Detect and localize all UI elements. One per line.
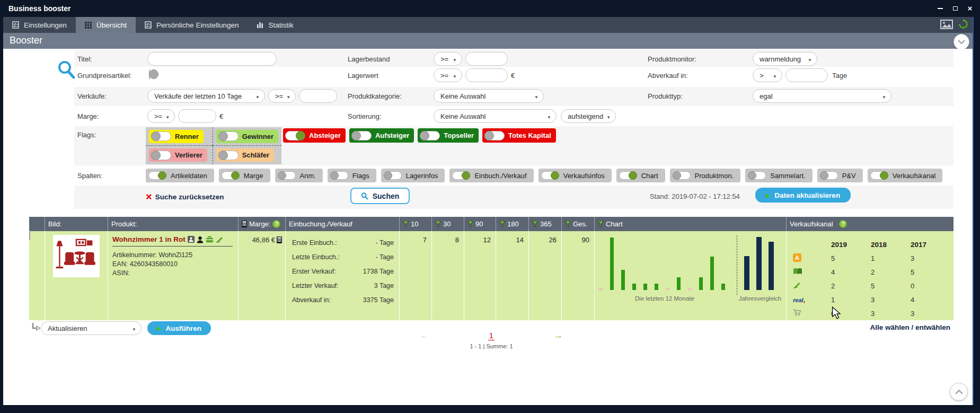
- flag-toggle[interactable]: [484, 131, 505, 140]
- tab-persoenliche-einstellungen[interactable]: Persönliche Einstellungen: [136, 17, 248, 33]
- marge-info-icon[interactable]: ?: [272, 220, 280, 228]
- collapse-panel-button[interactable]: [953, 34, 969, 50]
- spalte-toggle[interactable]: [870, 171, 888, 180]
- lagerbestand-op-select[interactable]: >=: [434, 52, 462, 66]
- scroll-top-button[interactable]: [950, 383, 968, 401]
- close-button[interactable]: ×: [966, 5, 974, 12]
- flag-toggle[interactable]: [218, 151, 239, 160]
- product-title[interactable]: Wohnzimmer 1 in Rot: [112, 235, 186, 243]
- spalte-toggle[interactable]: [222, 171, 240, 180]
- spalte-chart[interactable]: Chart: [616, 169, 665, 182]
- spalte-toggle[interactable]: [148, 171, 166, 180]
- spalte-toggle[interactable]: [673, 171, 691, 180]
- flag-verlierer[interactable]: Verlierer: [149, 148, 207, 162]
- spalte-toggle[interactable]: [820, 171, 838, 180]
- search-button[interactable]: Suchen: [350, 188, 410, 204]
- lagerbestand-input[interactable]: [465, 52, 508, 66]
- select-all-link[interactable]: Alle wählen: [870, 323, 909, 331]
- header-90: 90: [464, 217, 496, 231]
- flag-totes-kapital[interactable]: Totes Kapital: [482, 128, 556, 143]
- flag-renner[interactable]: Renner: [149, 130, 204, 143]
- flag-gewinner[interactable]: Gewinner: [216, 130, 278, 143]
- spalte-verkaufsinfos[interactable]: Verkaufsinfos: [538, 169, 612, 182]
- spalte-toggle[interactable]: [278, 171, 296, 180]
- filter-icon[interactable]: [565, 221, 571, 227]
- verkaufskanal-info-icon[interactable]: ?: [839, 220, 847, 228]
- sortierung-select[interactable]: Keine Auswahl: [434, 109, 557, 123]
- spalte-toggle[interactable]: [330, 171, 348, 180]
- flag-toggle[interactable]: [218, 131, 239, 141]
- spalte-einbuch-verkauf[interactable]: Einbuch./Verkauf: [449, 169, 533, 182]
- edit-pencil-icon[interactable]: [216, 236, 223, 243]
- flag-toggle[interactable]: [285, 131, 305, 140]
- filter-icon[interactable]: [598, 221, 604, 227]
- produktmonitor-select[interactable]: warnmeldung: [753, 52, 817, 66]
- spalte-artikeldaten[interactable]: Artikeldaten: [146, 169, 214, 182]
- flag-toggle[interactable]: [151, 131, 171, 141]
- maximize-button[interactable]: [951, 5, 959, 12]
- year-bar: [744, 256, 749, 290]
- spalte-toggle[interactable]: [452, 171, 470, 180]
- grundpreisartikel-toggle[interactable]: [149, 69, 150, 80]
- lagerwert-input[interactable]: [465, 68, 508, 82]
- flag-schlaefer[interactable]: Schläfer: [216, 148, 274, 162]
- flag-toggle[interactable]: [420, 131, 440, 140]
- image-icon[interactable]: [940, 20, 953, 29]
- spalte-flags[interactable]: Flags: [328, 169, 376, 182]
- spalte-lagerinfos[interactable]: Lagerinfos: [381, 169, 445, 182]
- flag-topseller[interactable]: Topseller: [418, 128, 479, 143]
- spalte-toggle[interactable]: [619, 171, 637, 180]
- spalte-pv[interactable]: P&V: [817, 169, 863, 182]
- filter-icon[interactable]: [403, 221, 409, 227]
- titel-input[interactable]: [147, 52, 277, 66]
- verkaeufe-select[interactable]: Verkäufe der letzten 10 Tage: [147, 89, 265, 103]
- briefcase-icon[interactable]: [206, 236, 214, 243]
- lagerwert-op-select[interactable]: >=: [434, 68, 462, 82]
- current-page[interactable]: 1: [488, 331, 495, 340]
- sortierung-richtung-select[interactable]: aufsteigend: [561, 109, 616, 123]
- flag-toggle[interactable]: [151, 151, 171, 160]
- produktkategorie-select[interactable]: Keine Auswahl: [434, 89, 544, 103]
- abverkauf-input[interactable]: [785, 68, 828, 82]
- lagerwert-unit: €: [511, 72, 515, 80]
- minimize-button[interactable]: [937, 5, 944, 12]
- abverkauf-op-select[interactable]: >: [753, 68, 782, 82]
- tab-statistik[interactable]: Statistik: [248, 17, 302, 33]
- filter-icon[interactable]: [499, 221, 505, 227]
- verkaeufe-value-input[interactable]: [299, 89, 337, 103]
- reset-search-link[interactable]: × Suche zurücksetzen: [146, 192, 224, 201]
- spalte-marge[interactable]: Marge: [219, 169, 270, 182]
- person-dark-icon[interactable]: [197, 236, 204, 243]
- prev-page-arrow[interactable]: ←: [420, 330, 429, 341]
- filter-icon[interactable]: [467, 221, 473, 227]
- refresh-data-button[interactable]: Daten aktualisieren: [755, 188, 851, 203]
- flag-toggle[interactable]: [351, 131, 372, 140]
- spalte-sammelart[interactable]: Sammelart.: [745, 169, 812, 182]
- filter-icon[interactable]: [532, 221, 538, 227]
- marge-op-select[interactable]: >=: [147, 109, 175, 123]
- flags-label: Flags:: [77, 131, 96, 139]
- month-bar: [710, 257, 714, 290]
- month-bar: [610, 238, 614, 290]
- select-all-controls: Alle wählen / entwählen: [870, 323, 950, 331]
- tab-uebersicht[interactable]: Übersicht: [76, 17, 136, 33]
- spalte-produktmon[interactable]: Produktmon.: [670, 169, 741, 182]
- flag-aufsteiger[interactable]: Aufsteiger: [349, 128, 414, 143]
- spalte-toggle[interactable]: [748, 171, 766, 180]
- next-page-arrow[interactable]: →: [554, 330, 563, 341]
- cart-icon: [793, 309, 801, 316]
- flag-absteiger[interactable]: Absteiger: [283, 128, 346, 143]
- spalte-verkaufskanal[interactable]: Verkaufskanal: [868, 169, 943, 182]
- spalte-toggle[interactable]: [384, 171, 402, 180]
- tab-einstellungen[interactable]: Einstellungen: [3, 17, 76, 33]
- verkaeufe-op-select[interactable]: >=: [268, 89, 296, 103]
- refresh-icon[interactable]: [958, 19, 968, 29]
- deselect-all-link[interactable]: entwählen: [915, 323, 950, 331]
- spalte-toggle[interactable]: [541, 171, 559, 180]
- row-checkbox[interactable]: [29, 231, 30, 241]
- marge-value-input[interactable]: [178, 109, 216, 123]
- person-icon[interactable]: [188, 236, 195, 243]
- filter-icon[interactable]: [435, 221, 441, 227]
- produkttyp-select[interactable]: egal: [753, 89, 891, 103]
- spalte-anm[interactable]: Anm.: [275, 169, 323, 182]
